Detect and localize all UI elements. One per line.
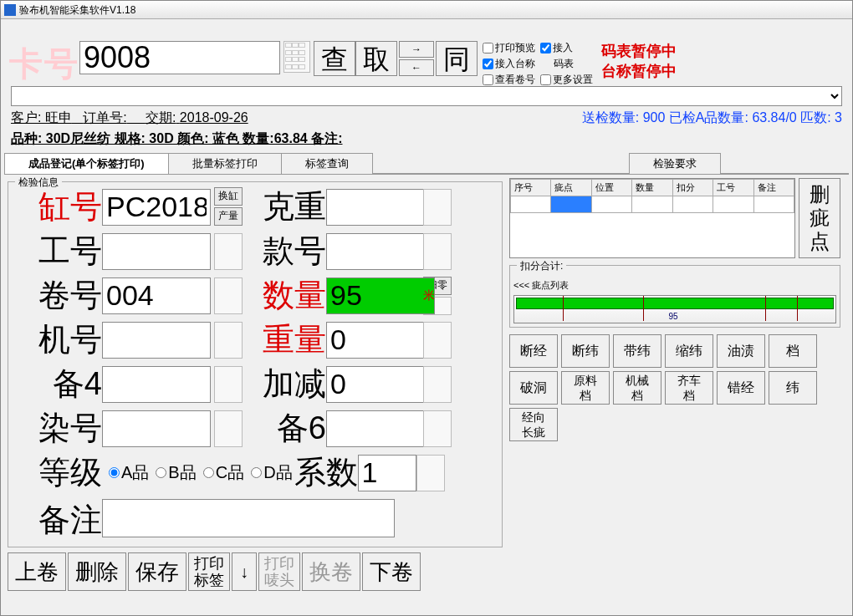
app-icon bbox=[4, 4, 16, 16]
order-info: 客户: 旺申 订单号: 交期: 2018-09-26 bbox=[11, 109, 248, 127]
defect-btn-daiwei[interactable]: 带纬 bbox=[613, 334, 661, 368]
tab-inspection-req[interactable]: 检验要求 bbox=[629, 153, 721, 174]
product-info: 品种: 30D尼丝纺 规格: 30D 颜色: 蓝色 数量:63.84 备注: bbox=[11, 130, 842, 148]
print-label-button[interactable]: 打印 标签 bbox=[188, 552, 230, 591]
defect-btn-youzi[interactable]: 油渍 bbox=[717, 334, 765, 368]
remark-label: 备注 bbox=[13, 499, 102, 542]
card-number-input[interactable] bbox=[79, 41, 280, 74]
defect-btn-duanjing[interactable]: 断经 bbox=[509, 334, 558, 368]
defect-btn-wei[interactable]: 纬 bbox=[769, 371, 817, 405]
weight-kg-label: 克重 bbox=[246, 186, 326, 228]
keypad-icon[interactable] bbox=[214, 366, 243, 403]
keypad-icon[interactable] bbox=[423, 322, 452, 359]
grade-label: 等级 bbox=[13, 451, 102, 494]
arrow-left-button[interactable]: ← bbox=[399, 59, 434, 76]
keypad-icon[interactable] bbox=[423, 233, 452, 270]
grade-a-radio[interactable]: A品 bbox=[109, 461, 149, 484]
weight-input[interactable] bbox=[326, 322, 435, 359]
print-head-button[interactable]: 打印 唛头 bbox=[258, 552, 300, 591]
adjust-input[interactable] bbox=[326, 366, 435, 403]
fetch-button[interactable]: 取 bbox=[355, 41, 397, 76]
keypad-icon[interactable] bbox=[423, 189, 452, 226]
connect-scale-checkbox[interactable]: 接入台称 bbox=[483, 57, 535, 71]
unit-mi-label: 米 bbox=[423, 288, 435, 303]
roll-input[interactable] bbox=[102, 277, 211, 314]
weight-label: 重量 bbox=[246, 318, 326, 361]
extra4-label: 备4 bbox=[13, 363, 102, 405]
tab-product-register[interactable]: 成品登记(单个标签打印) bbox=[4, 153, 169, 174]
defect-list-label: <<< 疵点列表 bbox=[513, 279, 836, 292]
down-arrow-button[interactable]: ↓ bbox=[232, 552, 257, 591]
dye-label: 染号 bbox=[13, 407, 102, 450]
defect-btn-dang[interactable]: 档 bbox=[769, 334, 817, 368]
meter-status: 码表暂停中 bbox=[601, 41, 677, 61]
more-settings-checkbox[interactable]: 更多设置 bbox=[540, 73, 593, 87]
qty-label: 数量 bbox=[246, 274, 326, 317]
keypad-icon[interactable] bbox=[423, 366, 452, 403]
defect-btn-jixie[interactable]: 机械 档 bbox=[613, 371, 661, 405]
defect-btn-duanwei[interactable]: 断纬 bbox=[561, 334, 610, 368]
window-titlebar: 验布机智能采集软件V1.18 bbox=[1, 1, 852, 19]
keypad-icon[interactable] bbox=[214, 410, 243, 447]
deduct-strip: 95 bbox=[513, 295, 836, 323]
keypad-icon[interactable] bbox=[283, 41, 310, 73]
machine-input[interactable] bbox=[102, 322, 211, 359]
defect-table[interactable]: 序号疵点 位置数量 扣分工号 备注 bbox=[509, 178, 795, 258]
coef-input[interactable] bbox=[358, 455, 416, 491]
weight-kg-input[interactable] bbox=[326, 189, 435, 226]
vat-label: 缸号 bbox=[13, 186, 102, 228]
style-input[interactable] bbox=[326, 233, 435, 270]
view-roll-checkbox[interactable]: 查看卷号 bbox=[483, 73, 535, 87]
defect-btn-yuanliao[interactable]: 原料 档 bbox=[561, 371, 610, 405]
history-dropdown[interactable] bbox=[11, 86, 842, 106]
dye-input[interactable] bbox=[102, 410, 211, 447]
tab-batch-print[interactable]: 批量标签打印 bbox=[168, 153, 282, 174]
vat-input[interactable] bbox=[102, 189, 211, 226]
worker-input[interactable] bbox=[102, 233, 211, 270]
scale-status: 台称暂停中 bbox=[601, 61, 677, 81]
tab-label-query[interactable]: 标签查询 bbox=[281, 153, 373, 174]
sync-button[interactable]: 同 bbox=[436, 41, 478, 76]
window-title: 验布机智能采集软件V1.18 bbox=[19, 1, 135, 19]
defect-btn-cuojing[interactable]: 错经 bbox=[717, 371, 765, 405]
grade-d-radio[interactable]: D品 bbox=[251, 461, 292, 484]
prev-roll-button[interactable]: 上卷 bbox=[8, 552, 66, 591]
keypad-icon[interactable] bbox=[416, 455, 445, 491]
keypad-icon[interactable] bbox=[423, 410, 452, 447]
inspect-group-title: 检验信息 bbox=[15, 176, 62, 190]
defect-btn-podong[interactable]: 破洞 bbox=[509, 371, 558, 405]
grade-c-radio[interactable]: C品 bbox=[203, 461, 244, 484]
print-preview-checkbox[interactable]: 打印预览 bbox=[483, 41, 535, 55]
defect-btn-jingxiang[interactable]: 经向 长疵 bbox=[509, 408, 558, 441]
keypad-icon[interactable] bbox=[214, 322, 243, 359]
arrow-right-button[interactable]: → bbox=[399, 41, 434, 58]
adjust-label: 加减 bbox=[246, 363, 326, 405]
grade-b-radio[interactable]: B品 bbox=[156, 461, 196, 484]
connect-meter-checkbox[interactable]: 接入 bbox=[540, 41, 593, 55]
query-button[interactable]: 查 bbox=[314, 41, 355, 76]
machine-label: 机号 bbox=[13, 318, 102, 361]
change-roll-button[interactable]: 换卷 bbox=[302, 552, 360, 591]
keypad-icon[interactable] bbox=[214, 277, 243, 314]
deduct-group-title: 扣分合计: bbox=[517, 259, 566, 273]
remark-input[interactable] bbox=[102, 499, 395, 537]
defect-btn-suowei[interactable]: 缩纬 bbox=[665, 334, 713, 368]
change-vat-button[interactable]: 换缸 bbox=[214, 187, 243, 206]
inspection-summary: 送检数量: 900 已检A品数量: 63.84/0 匹数: 3 bbox=[582, 109, 842, 127]
delete-defect-button[interactable]: 删 疵 点 bbox=[799, 178, 840, 258]
delete-button[interactable]: 删除 bbox=[68, 552, 126, 591]
card-number-label: 卡号 bbox=[9, 41, 79, 87]
roll-label: 卷号 bbox=[13, 274, 102, 317]
extra6-label: 备6 bbox=[246, 407, 326, 450]
yield-button[interactable]: 产量 bbox=[214, 207, 243, 226]
next-roll-button[interactable]: 下卷 bbox=[362, 552, 421, 591]
style-label: 款号 bbox=[246, 230, 326, 272]
extra4-input[interactable] bbox=[102, 366, 211, 403]
worker-label: 工号 bbox=[13, 230, 102, 272]
table-row bbox=[511, 196, 794, 213]
qty-input[interactable] bbox=[326, 277, 435, 314]
keypad-icon[interactable] bbox=[214, 233, 243, 270]
defect-btn-qiche[interactable]: 齐车 档 bbox=[665, 371, 713, 405]
extra6-input[interactable] bbox=[326, 410, 435, 447]
save-button[interactable]: 保存 bbox=[128, 552, 186, 591]
